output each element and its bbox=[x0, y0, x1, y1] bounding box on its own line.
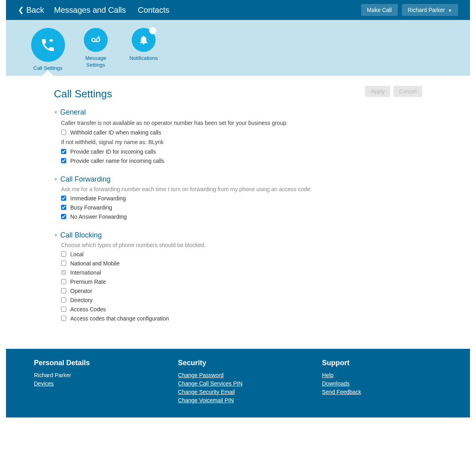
user-name: Richard Parker bbox=[408, 7, 445, 13]
footer-text: Richard Parker bbox=[34, 372, 154, 378]
blocking-checkbox[interactable] bbox=[61, 288, 66, 293]
triangle-down-icon: ▼ bbox=[54, 177, 58, 182]
checkbox-label: Access codes that change configuration bbox=[70, 315, 169, 322]
section-title: Call Forwarding bbox=[60, 175, 111, 184]
section-title: Call Blocking bbox=[60, 231, 102, 239]
active-indicator bbox=[42, 70, 53, 76]
apply-button[interactable]: Apply bbox=[365, 86, 390, 97]
bell-icon bbox=[138, 34, 149, 45]
forwarding-checkbox[interactable] bbox=[61, 214, 66, 219]
nav-messages-and-calls[interactable]: Messages and Calls bbox=[54, 6, 126, 15]
signal-name-line: If not withheld, signal my name as: BLyn… bbox=[61, 139, 422, 145]
provide-caller-id-checkbox[interactable] bbox=[61, 149, 66, 154]
section-general: ▼ General Caller transfer is not availab… bbox=[54, 108, 422, 164]
footer-link[interactable]: Change Voicemail PIN bbox=[178, 397, 298, 404]
tab-notifications[interactable]: Notifications bbox=[126, 28, 162, 72]
footer-link[interactable]: Change Password bbox=[178, 372, 298, 378]
checkbox-label: Withhold caller ID when making calls bbox=[70, 129, 161, 136]
footer: Personal DetailsRichard ParkerDevices Se… bbox=[6, 349, 470, 417]
tab-label: Message Settings bbox=[78, 55, 114, 69]
content: Call Settings Apply Cancel ▼ General Cal… bbox=[6, 76, 470, 349]
section-toggle-forwarding[interactable]: ▼ Call Forwarding bbox=[54, 175, 422, 184]
blocking-checkbox[interactable] bbox=[61, 297, 66, 303]
caret-down-icon: ▼ bbox=[448, 8, 452, 13]
footer-column: SupportHelpDownloadsSend Feedback bbox=[322, 359, 442, 405]
checkbox-label: Operator bbox=[70, 288, 92, 294]
phone-gear-icon bbox=[40, 37, 56, 53]
checkbox-label: No Answer Forwarding bbox=[70, 214, 127, 220]
svg-point-2 bbox=[97, 38, 100, 42]
tab-header: Call Settings Message Settings Notificat… bbox=[6, 20, 470, 76]
footer-link[interactable]: Send Feedback bbox=[322, 389, 442, 395]
checkbox-label: Provide caller name for incoming calls bbox=[70, 158, 164, 164]
caller-transfer-note: Caller transfer is not available as no o… bbox=[61, 120, 422, 126]
triangle-down-icon: ▼ bbox=[54, 233, 58, 237]
back-button[interactable]: ❮ Back bbox=[18, 6, 44, 15]
checkbox-label: International bbox=[70, 269, 101, 276]
blocking-checkbox[interactable] bbox=[61, 307, 66, 312]
footer-link[interactable]: Help bbox=[322, 372, 442, 378]
blocking-checkbox[interactable] bbox=[61, 270, 66, 275]
section-call-blocking: ▼ Call Blocking Choose which types of ph… bbox=[54, 231, 422, 322]
checkbox-label: National and Mobile bbox=[70, 260, 120, 267]
footer-heading: Security bbox=[178, 359, 298, 367]
section-call-forwarding: ▼ Call Forwarding Ask me for a forwardin… bbox=[54, 175, 422, 220]
blocking-checkbox[interactable] bbox=[61, 316, 66, 321]
section-toggle-general[interactable]: ▼ General bbox=[54, 108, 422, 117]
voicemail-gear-icon bbox=[90, 34, 101, 45]
triangle-down-icon: ▼ bbox=[54, 110, 58, 115]
checkbox-label: Immediate Forwarding bbox=[70, 195, 126, 202]
footer-link[interactable]: Devices bbox=[34, 380, 154, 387]
user-menu-button[interactable]: Richard Parker ▼ bbox=[402, 4, 458, 16]
check-badge-icon bbox=[149, 27, 156, 34]
blocking-note: Choose which types of phone numbers shou… bbox=[61, 242, 422, 248]
forwarding-note: Ask me for a forwarding number each time… bbox=[61, 186, 422, 192]
footer-link[interactable]: Downloads bbox=[322, 380, 442, 387]
blocking-checkbox[interactable] bbox=[61, 261, 66, 266]
footer-link[interactable]: Change Call Services PIN bbox=[178, 380, 298, 387]
forwarding-checkbox[interactable] bbox=[61, 196, 66, 201]
footer-column: SecurityChange PasswordChange Call Servi… bbox=[178, 359, 298, 405]
blocking-checkbox[interactable] bbox=[61, 279, 66, 284]
svg-point-1 bbox=[92, 38, 95, 42]
tab-label: Notifications bbox=[130, 55, 158, 62]
forwarding-checkbox[interactable] bbox=[61, 205, 66, 210]
back-label: Back bbox=[26, 6, 44, 15]
footer-heading: Support bbox=[322, 359, 442, 367]
make-call-button[interactable]: Make Call bbox=[361, 4, 398, 16]
tab-message-settings[interactable]: Message Settings bbox=[78, 28, 114, 72]
footer-link[interactable]: Change Security Email bbox=[178, 389, 298, 395]
topbar: ❮ Back Messages and Calls Contacts Make … bbox=[6, 0, 470, 20]
tab-call-settings[interactable]: Call Settings bbox=[30, 28, 66, 72]
checkbox-label: Access Codes bbox=[70, 306, 106, 313]
footer-heading: Personal Details bbox=[34, 359, 154, 367]
provide-caller-name-checkbox[interactable] bbox=[61, 158, 66, 163]
checkbox-label: Busy Forwarding bbox=[70, 204, 112, 211]
section-title: General bbox=[60, 108, 86, 117]
withhold-caller-id-checkbox[interactable] bbox=[61, 130, 66, 135]
chevron-left-icon: ❮ bbox=[18, 6, 24, 14]
checkbox-label: Provide caller ID for incoming calls bbox=[70, 148, 156, 155]
footer-column: Personal DetailsRichard ParkerDevices bbox=[34, 359, 154, 405]
blocking-checkbox[interactable] bbox=[61, 251, 66, 257]
checkbox-label: Local bbox=[70, 251, 83, 257]
svg-point-4 bbox=[98, 36, 100, 38]
checkbox-label: Premium Rate bbox=[70, 279, 106, 285]
nav-contacts[interactable]: Contacts bbox=[138, 6, 170, 15]
section-toggle-blocking[interactable]: ▼ Call Blocking bbox=[54, 231, 422, 239]
cancel-button[interactable]: Cancel bbox=[393, 86, 422, 97]
checkbox-label: Directory bbox=[70, 297, 93, 303]
